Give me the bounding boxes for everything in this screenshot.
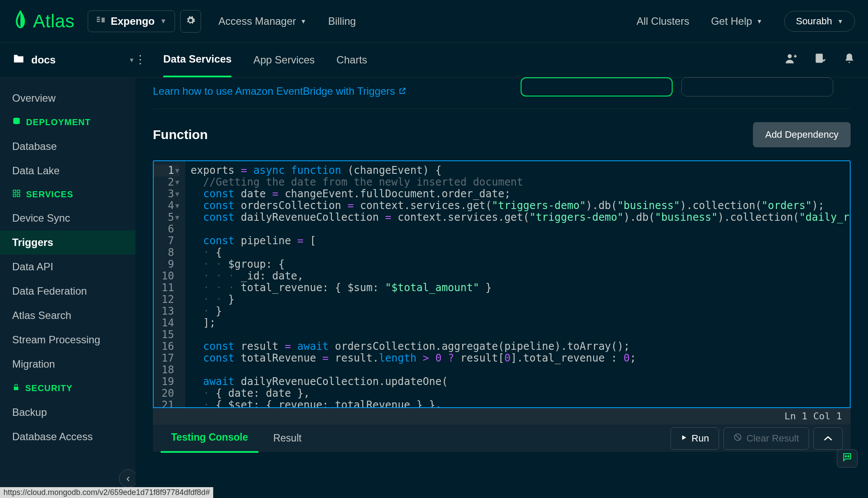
collapse-sidebar-button[interactable]: ‹: [119, 469, 135, 488]
folder-icon: [13, 54, 24, 66]
svg-point-13: [845, 456, 847, 457]
sidebar-item-data-api[interactable]: Data API: [0, 255, 135, 279]
sidebar-item-database-access[interactable]: Database Access: [0, 425, 135, 449]
caret-down-icon: ▼: [129, 56, 135, 63]
sidebar-heading-deployment: DEPLOYMENT: [0, 110, 135, 134]
sidebar-item-migration[interactable]: Migration: [0, 352, 135, 376]
logo-text: Atlas: [33, 11, 75, 32]
database-icon: [12, 116, 21, 128]
user-name: Sourabh: [796, 16, 832, 27]
lock-icon: [12, 382, 20, 394]
all-clusters-link[interactable]: All Clusters: [637, 15, 689, 27]
section-title-function: Function: [153, 127, 208, 142]
caret-down-icon: ▼: [300, 18, 307, 25]
billing-link[interactable]: Billing: [328, 15, 356, 27]
svg-rect-9: [13, 194, 16, 197]
cursor-position: Ln 1 Col 1: [153, 408, 851, 424]
tab-result[interactable]: Result: [263, 425, 312, 452]
atlas-logo[interactable]: Atlas: [13, 10, 75, 32]
event-type-option[interactable]: [681, 77, 833, 96]
play-icon: [680, 433, 687, 444]
sidebar-heading-security: SECURITY: [0, 376, 135, 400]
sidebar-item-atlas-search[interactable]: Atlas Search: [0, 303, 135, 328]
tab-app-services[interactable]: App Services: [253, 43, 314, 76]
svg-rect-8: [17, 190, 20, 193]
sidebar-item-stream-processing[interactable]: Stream Processing: [0, 328, 135, 352]
tab-testing-console[interactable]: Testing Console: [161, 424, 258, 453]
expand-console-button[interactable]: [813, 427, 843, 450]
caret-down-icon: ▼: [837, 18, 843, 25]
sidebar-item-data-lake[interactable]: Data Lake: [0, 159, 135, 183]
svg-rect-7: [13, 190, 16, 193]
sidebar: Overview DEPLOYMENT Database Data Lake S…: [0, 77, 135, 498]
sidebar-item-triggers[interactable]: Triggers: [0, 230, 135, 255]
project-name: Expengo: [111, 15, 155, 27]
user-menu[interactable]: Sourabh ▼: [784, 11, 855, 32]
chat-icon: [842, 452, 853, 465]
tab-data-services[interactable]: Data Services: [163, 43, 231, 77]
settings-button[interactable]: [180, 10, 201, 33]
svg-rect-10: [17, 194, 20, 197]
invite-user-icon[interactable]: [785, 52, 797, 67]
leaf-icon: [13, 10, 28, 32]
chevron-up-icon: [823, 433, 833, 444]
external-link-icon: [399, 85, 406, 97]
get-help-menu[interactable]: Get Help ▼: [711, 15, 762, 27]
editor-code-area[interactable]: exports = async function (changeEvent) {…: [185, 161, 850, 407]
tab-charts[interactable]: Charts: [337, 43, 367, 76]
project-selector[interactable]: Expengo ▼: [88, 10, 175, 32]
sidebar-item-backup[interactable]: Backup: [0, 400, 135, 425]
run-button[interactable]: Run: [670, 427, 719, 450]
svg-rect-2: [97, 20, 100, 22]
sidebar-item-device-sync[interactable]: Device Sync: [0, 206, 135, 230]
sidebar-item-data-federation[interactable]: Data Federation: [0, 279, 135, 303]
chevron-left-icon: ‹: [126, 472, 130, 485]
cancel-icon: [733, 433, 742, 444]
code-editor[interactable]: 123456789101112131415161718192021 ▾ ▾▾▾ …: [153, 160, 851, 408]
svg-point-4: [788, 54, 792, 58]
sidebar-item-overview[interactable]: Overview: [0, 86, 135, 110]
svg-rect-11: [14, 387, 19, 390]
caret-down-icon: ▼: [756, 18, 762, 25]
caret-down-icon: ▼: [160, 17, 167, 25]
editor-gutter: 123456789101112131415161718192021 ▾ ▾▾▾ …: [154, 161, 185, 407]
add-dependency-button[interactable]: Add Dependency: [753, 122, 851, 147]
svg-rect-1: [97, 19, 100, 20]
svg-rect-5: [816, 54, 823, 63]
chat-support-button[interactable]: [837, 449, 858, 468]
svg-rect-3: [102, 17, 105, 22]
access-manager-menu[interactable]: Access Manager ▼: [218, 15, 307, 27]
project-icon: [96, 16, 106, 27]
svg-rect-0: [97, 17, 100, 18]
browser-status-url: https://cloud.mongodb.com/v2/659ede1d71f…: [0, 487, 213, 498]
clear-result-button[interactable]: Clear Result: [723, 427, 809, 450]
sidebar-item-database[interactable]: Database: [0, 134, 135, 159]
grid-icon: [12, 189, 21, 200]
bell-icon[interactable]: [844, 52, 855, 67]
event-type-option-selected[interactable]: [521, 77, 673, 96]
project-folder-selector[interactable]: docs ▼: [13, 54, 135, 66]
console-bar: Testing Console Result Run Clear Result: [153, 424, 851, 452]
more-menu-icon[interactable]: ⋮: [135, 53, 146, 66]
sidebar-heading-services: SERVICES: [0, 183, 135, 206]
svg-point-14: [848, 456, 849, 457]
activity-icon[interactable]: [814, 52, 826, 67]
gear-icon: [186, 16, 195, 27]
